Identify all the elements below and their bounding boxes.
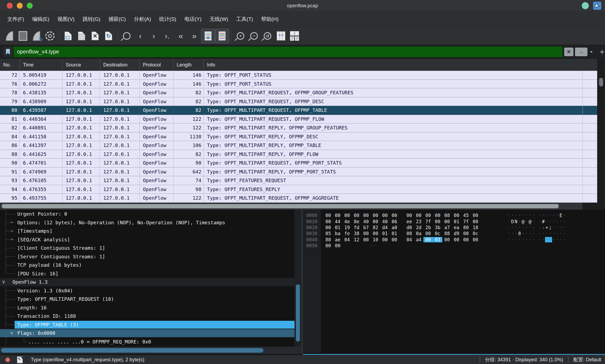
hex-byte[interactable]: 08 xyxy=(405,231,414,236)
hex-line[interactable]: 003005bafe3800000101080a000c88d9000c···8… xyxy=(303,231,605,236)
hex-byte[interactable]: 00 xyxy=(461,231,471,236)
packet-row[interactable]: 816.440364127.0.0.1127.0.0.1OpenFlow122T… xyxy=(0,115,597,124)
menu-item[interactable]: 编辑(E) xyxy=(29,14,53,24)
zoom-reset-button[interactable]: ↺ xyxy=(261,29,274,43)
hex-byte[interactable]: ba xyxy=(333,231,342,236)
hex-byte[interactable]: 00 xyxy=(390,237,399,242)
hex-byte[interactable]: 3b xyxy=(433,225,442,230)
hex-byte[interactable]: a4 xyxy=(414,237,423,242)
hex-byte[interactable]: 45 xyxy=(461,213,471,218)
tree-item[interactable]: ›[SEQ/ACK analysis] xyxy=(0,235,295,244)
hex-byte[interactable]: 00 xyxy=(423,213,433,218)
menu-item[interactable]: 分析(A) xyxy=(131,14,155,24)
hex-byte[interactable]: 0c xyxy=(471,231,480,236)
column-header-length[interactable]: Length xyxy=(173,59,204,71)
hex-byte[interactable]: ea xyxy=(452,225,461,230)
packet-row[interactable]: 826.440891127.0.0.1127.0.0.1OpenFlow122T… xyxy=(0,123,597,132)
packet-row[interactable]: 766.006272127.0.0.1127.0.0.1OpenFlow146T… xyxy=(0,80,597,89)
hex-byte[interactable]: 00 xyxy=(361,237,371,242)
hex-byte[interactable]: 88 xyxy=(442,231,452,236)
hex-byte[interactable]: 00 xyxy=(433,213,442,218)
hex-byte[interactable]: 00 xyxy=(323,219,333,224)
add-filter-button[interactable]: + xyxy=(600,48,605,56)
hex-byte[interactable]: a0 xyxy=(390,225,399,230)
menu-item[interactable]: 电话(Y) xyxy=(181,14,205,24)
tree-item[interactable]: Length: 16 xyxy=(0,303,295,312)
filter-bookmark-button[interactable] xyxy=(2,46,14,58)
filter-dropdown-caret[interactable]: ▼ xyxy=(589,50,594,54)
tree-item[interactable]: [PDU Size: 16] xyxy=(0,269,295,278)
hex-byte[interactable]: 2b xyxy=(423,225,433,230)
hex-byte[interactable]: 12 xyxy=(352,237,361,242)
column-header-no[interactable]: No. xyxy=(0,59,20,71)
tree-item[interactable]: Version: 1.3 (0x04) xyxy=(0,286,295,295)
zoom-in-button[interactable]: + xyxy=(234,29,247,43)
hex-byte[interactable]: 4e xyxy=(342,219,352,224)
hex-byte[interactable]: 7f xyxy=(461,219,471,224)
hex-byte[interactable]: 38 xyxy=(352,231,361,236)
hex-byte[interactable]: 00 xyxy=(333,243,342,248)
hex-byte[interactable]: 18 xyxy=(471,225,480,230)
packet-row[interactable]: 725.005419127.0.0.1127.0.0.1OpenFlow146T… xyxy=(0,71,597,80)
apply-filter-button[interactable]: → xyxy=(575,48,587,56)
tree-item[interactable]: Type: OFPT_MULTIPART_REQUEST (18) xyxy=(0,295,295,303)
tree-item[interactable]: ›Options: (12 bytes), No-Operation (NOP)… xyxy=(0,218,295,227)
hex-byte[interactable]: 00 xyxy=(442,237,452,242)
column-header-destination[interactable]: Destination xyxy=(100,59,140,71)
zoom-out-button[interactable]: − xyxy=(247,29,261,43)
hex-line[interactable]: 001000444e8e40004006ee237f0000017f00·DN·… xyxy=(303,218,605,224)
tree-item[interactable]: TCP payload (16 bytes) xyxy=(0,261,295,269)
tree-item[interactable]: [Client Contiguous Streams: 1] xyxy=(0,244,295,252)
hex-byte[interactable]: d9 xyxy=(452,231,461,236)
packet-row[interactable]: 906.474701127.0.0.1127.0.0.1OpenFlow90Ty… xyxy=(0,159,597,168)
expert-info-icon[interactable] xyxy=(5,358,10,362)
detail-tree-vscrollbar[interactable] xyxy=(295,210,301,347)
tree-item[interactable]: Urgent Pointer: 0 xyxy=(0,210,295,218)
hex-byte[interactable]: d0 xyxy=(405,225,414,230)
hex-byte[interactable]: 01 xyxy=(333,225,342,230)
hex-byte[interactable]: 00 xyxy=(361,231,371,236)
hex-byte[interactable]: 00 xyxy=(442,219,452,224)
column-header-source[interactable]: Source xyxy=(62,59,100,71)
tree-item[interactable]: .... .... .... ...0 = OFPMPF_REQ_MORE: 0… xyxy=(0,338,295,346)
clear-filter-button[interactable]: ✕ xyxy=(564,48,573,56)
tree-item[interactable]: Transaction ID: 1188 xyxy=(0,312,295,320)
hex-byte[interactable]: 08 xyxy=(442,213,452,218)
hex-byte[interactable]: 06 xyxy=(390,219,399,224)
hex-byte[interactable]: 00 xyxy=(371,231,380,236)
hex-byte[interactable]: 00 xyxy=(414,213,423,218)
hex-byte[interactable]: 44 xyxy=(333,219,342,224)
hex-byte[interactable]: 01 xyxy=(390,231,399,236)
hex-byte[interactable]: 00 xyxy=(380,213,390,218)
menu-item[interactable]: 无线(W) xyxy=(206,14,232,24)
profile-text[interactable]: 配置: Default xyxy=(573,356,601,363)
hex-byte[interactable]: 7f xyxy=(423,219,433,224)
hex-byte[interactable]: 82 xyxy=(371,225,380,230)
hex-byte[interactable]: ee xyxy=(405,219,414,224)
hex-byte[interactable]: fd xyxy=(352,225,361,230)
hex-byte[interactable]: 00 xyxy=(371,213,380,218)
column-header-time[interactable]: Time xyxy=(20,59,62,71)
hex-byte[interactable]: 01 xyxy=(380,231,390,236)
hex-byte[interactable]: ae xyxy=(333,237,342,242)
start-capture-button[interactable] xyxy=(3,29,16,43)
hex-byte[interactable]: 00 xyxy=(390,213,399,218)
detail-tree-hscrollbar[interactable] xyxy=(0,347,301,354)
hex-byte[interactable]: 23 xyxy=(414,219,423,224)
menu-item[interactable]: 跳转(G) xyxy=(79,14,104,24)
hex-byte[interactable]: 00 xyxy=(452,237,461,242)
hex-byte[interactable]: 00 xyxy=(371,219,380,224)
reload-file-button[interactable]: ↻ xyxy=(102,29,115,43)
tree-item[interactable]: ∨OpenFlow 1.3 xyxy=(0,278,295,286)
hex-byte[interactable]: 00 xyxy=(471,213,480,218)
packet-list-vscrollbar-thumb[interactable] xyxy=(599,78,603,86)
hex-line[interactable]: 000000000000000000000000000008004500····… xyxy=(303,212,605,218)
menu-item[interactable]: 工具(T) xyxy=(233,14,256,24)
packet-row[interactable]: 786.438135127.0.0.1127.0.0.1OpenFlow82Ty… xyxy=(0,88,597,97)
next-packet-button[interactable]: › xyxy=(147,29,161,43)
menu-item[interactable]: 帮助(H) xyxy=(258,14,282,24)
hex-byte[interactable]: fe xyxy=(342,231,352,236)
menu-item[interactable]: 视图(V) xyxy=(54,14,78,24)
menu-item[interactable]: 文件(F) xyxy=(4,14,28,24)
hex-byte[interactable]: 00 xyxy=(471,219,480,224)
